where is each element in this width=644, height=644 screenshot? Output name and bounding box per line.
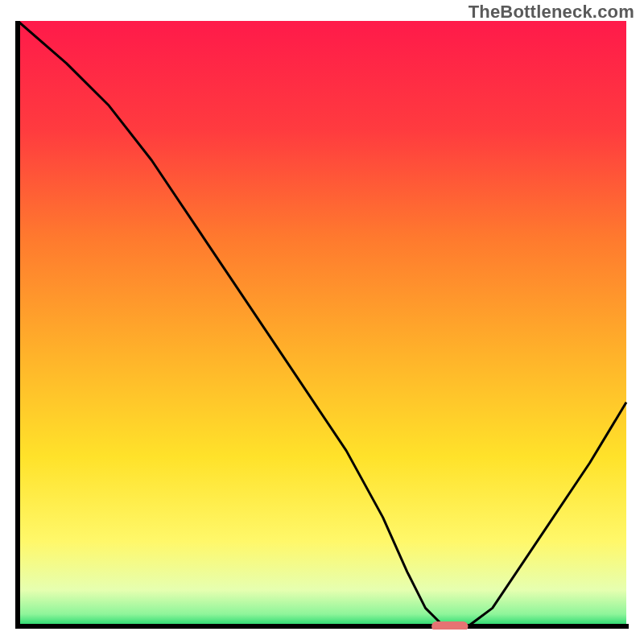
chart-container: TheBottleneck.com (0, 0, 644, 644)
watermark-text: TheBottleneck.com (469, 2, 634, 23)
chart-svg (14, 21, 630, 630)
plot-area (14, 21, 630, 630)
optimal-marker (431, 621, 468, 630)
chart-background (18, 21, 626, 626)
